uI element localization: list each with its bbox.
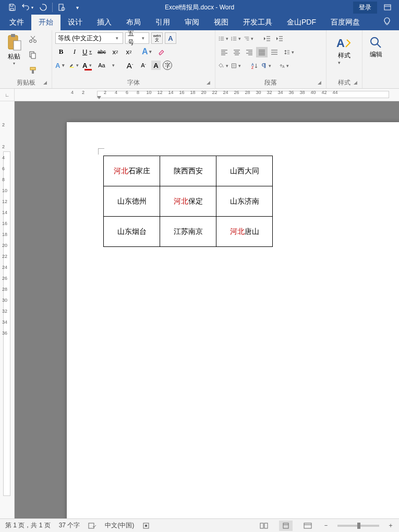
cut-button[interactable]	[27, 33, 39, 45]
table-cell[interactable]: 河北唐山	[216, 217, 273, 247]
spell-check-icon[interactable]	[88, 522, 96, 529]
align-center-button[interactable]	[231, 47, 243, 57]
justify-button[interactable]	[256, 47, 268, 57]
sort-button[interactable]: AZ	[249, 61, 260, 71]
italic-button[interactable]: I	[69, 46, 80, 57]
char-border-button[interactable]: A	[165, 32, 176, 44]
font-launcher[interactable]: ◢	[207, 80, 213, 86]
web-layout-button[interactable]	[301, 521, 315, 531]
page-number-status[interactable]: 第 1 页，共 1 页	[5, 521, 51, 530]
svg-rect-5	[11, 34, 15, 37]
increase-indent-button[interactable]	[274, 33, 285, 44]
align-right-button[interactable]	[244, 47, 255, 57]
font-color-button[interactable]: A▾	[82, 60, 94, 71]
tab-review[interactable]: 审阅	[177, 15, 207, 30]
tab-developer[interactable]: 开发工具	[236, 15, 280, 30]
tab-home[interactable]: 开始	[31, 15, 61, 30]
save-button[interactable]	[4, 0, 20, 15]
paragraph-group-label: 段落	[215, 78, 326, 87]
undo-button[interactable]: ▾	[20, 0, 35, 15]
eraser-button[interactable]	[155, 46, 167, 57]
svg-text:3: 3	[231, 39, 232, 41]
phonetic-button[interactable]: wén文	[151, 32, 163, 44]
app-name: Word	[220, 4, 234, 11]
strike-button[interactable]: abc	[96, 46, 107, 57]
line-spacing-button[interactable]: ▾	[284, 47, 296, 57]
borders-button[interactable]: ▾	[231, 61, 243, 71]
zoom-in-button[interactable]: ＋	[388, 521, 394, 530]
copy-button[interactable]	[27, 49, 39, 61]
read-mode-button[interactable]	[257, 521, 271, 531]
text-effects-button[interactable]: A▾	[142, 46, 153, 57]
distributed-button[interactable]	[269, 47, 280, 57]
language-status[interactable]: 中文(中国)	[105, 521, 134, 530]
table-cell[interactable]: 山东德州	[104, 186, 160, 217]
qat-customize-button[interactable]: ▾	[69, 0, 85, 15]
clipboard-launcher[interactable]: ◢	[43, 80, 50, 86]
table-cell[interactable]: 山西大同	[216, 156, 273, 186]
shading-button[interactable]: ▾	[219, 61, 230, 71]
tab-file[interactable]: 文件	[2, 15, 31, 30]
highlight-button[interactable]: ▾	[69, 60, 80, 71]
word-count-status[interactable]: 37 个字	[59, 521, 80, 530]
tab-selector[interactable]: ∟	[0, 89, 15, 101]
superscript-button[interactable]: x2	[123, 46, 135, 57]
styles-launcher[interactable]: ◢	[354, 80, 360, 86]
shrink-font-button[interactable]: Aˇ	[138, 60, 149, 71]
table-cell[interactable]: 山东济南	[216, 186, 273, 217]
svg-point-7	[30, 40, 32, 43]
print-layout-button[interactable]	[279, 521, 293, 531]
enclose-char-button[interactable]: 字	[163, 61, 172, 70]
underline-button[interactable]: U▾	[82, 46, 94, 57]
document-area[interactable]: 河北石家庄陕西西安山西大同山东德州河北保定山东济南山东烟台江苏南京河北唐山	[15, 101, 399, 518]
zoom-out-button[interactable]: －	[323, 521, 329, 530]
align-left-button[interactable]	[219, 47, 230, 57]
multilevel-button[interactable]: ▾	[244, 33, 255, 44]
horizontal-ruler[interactable]: 4224681012141618202224262830323436384042…	[15, 89, 399, 101]
group-clipboard: 粘贴 ▾ 剪贴板 ◢	[0, 30, 52, 88]
tab-references[interactable]: 引用	[148, 15, 177, 30]
svg-point-18	[219, 40, 220, 40]
subscript-button[interactable]: x2	[110, 46, 121, 57]
table-cell[interactable]: 江苏南京	[160, 217, 216, 247]
styles-button[interactable]: A 样式 ▾	[335, 36, 353, 65]
format-painter-button[interactable]	[27, 65, 39, 76]
redo-button[interactable]	[35, 0, 51, 15]
macro-status-icon[interactable]	[142, 522, 150, 529]
change-case-button[interactable]: Aa	[96, 60, 107, 71]
vertical-ruler[interactable]: 224681012141618202224262830323436	[0, 101, 15, 518]
char-shading-button[interactable]: A	[151, 61, 161, 70]
font-name-combo[interactable]: 等线 (中文正文)▾	[55, 32, 123, 44]
table-cell[interactable]: 山东烟台	[104, 217, 160, 247]
text-outline-button[interactable]: A▾	[55, 60, 67, 71]
tab-insert[interactable]: 插入	[90, 15, 119, 30]
paragraph-launcher[interactable]: ◢	[318, 80, 324, 86]
table-cell[interactable]: 河北石家庄	[104, 156, 160, 186]
ribbon: 粘贴 ▾ 剪贴板 ◢ 等线 (中文正文)▾ 五号▾ wén文 A B I U▾	[0, 30, 399, 89]
show-marks-button[interactable]: ▾	[261, 61, 273, 71]
tab-wps-pdf[interactable]: 金山PDF	[280, 15, 323, 30]
table-cell[interactable]: 河北保定	[160, 186, 216, 217]
bold-button[interactable]: B	[55, 46, 67, 57]
document-table[interactable]: 河北石家庄陕西西安山西大同山东德州河北保定山东济南山东烟台江苏南京河北唐山	[103, 156, 273, 247]
ribbon-display-button[interactable]	[381, 1, 394, 14]
paste-button[interactable]: 粘贴 ▾	[3, 32, 25, 77]
tab-layout[interactable]: 布局	[119, 15, 148, 30]
grow-font-button[interactable]: Aˆ	[124, 60, 136, 71]
tell-me-icon[interactable]	[382, 17, 392, 26]
find-button[interactable]: 编辑	[369, 36, 383, 59]
login-button[interactable]: 登录	[353, 2, 377, 14]
font-size-combo[interactable]: 五号▾	[125, 32, 149, 44]
quick-access-toolbar: ▾ ▾	[0, 0, 85, 15]
decrease-indent-button[interactable]	[261, 33, 273, 44]
tab-design[interactable]: 设计	[61, 15, 90, 30]
bullets-button[interactable]: ▾	[219, 33, 230, 44]
tab-view[interactable]: 视图	[207, 15, 236, 30]
table-cell[interactable]: 陕西西安	[160, 156, 216, 186]
tab-baidu[interactable]: 百度网盘	[323, 15, 367, 30]
asian-layout-button[interactable]: A▾	[279, 61, 291, 71]
svg-rect-2	[384, 5, 391, 10]
numbering-button[interactable]: 123▾	[231, 33, 243, 44]
zoom-slider[interactable]	[337, 525, 379, 527]
print-preview-button[interactable]	[54, 0, 69, 15]
